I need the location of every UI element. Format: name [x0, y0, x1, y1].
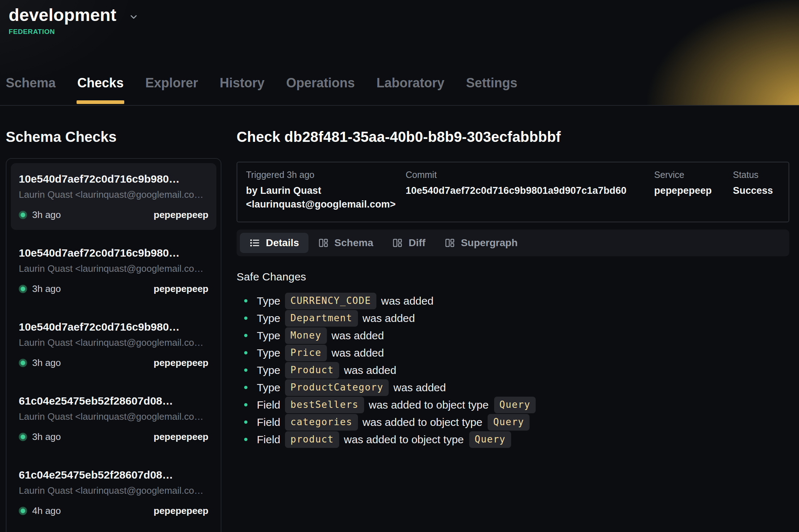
check-meta-row: 3h ago pepepepeep	[19, 209, 208, 221]
check-commit-id: 10e540d7aef72c0d716c9b980…	[19, 321, 208, 333]
change-text: was added to object type	[369, 399, 489, 411]
change-code-chip: categories	[285, 414, 358, 431]
columns-icon	[392, 237, 403, 248]
nav-tab-checks[interactable]: Checks	[77, 75, 124, 105]
change-text: was added	[393, 381, 446, 394]
nav-tab-settings[interactable]: Settings	[465, 75, 518, 105]
detail-tab-label: Supergraph	[461, 237, 518, 249]
check-commit-id: 61c04e25475eb52f28607d08…	[19, 469, 208, 481]
check-meta-row: 3h ago pepepepeep	[19, 283, 208, 295]
change-code-chip: bestSellers	[285, 397, 364, 413]
change-kind: Field	[257, 399, 280, 411]
schema-check-item[interactable]: 10e540d7aef72c0d716c9b980… Laurin Quast …	[11, 311, 216, 378]
check-service-name: pepepepeep	[154, 357, 208, 369]
check-detail-tabs: Details Schema Diff Supergraph	[237, 230, 789, 256]
meta-triggered-email: <laurinquast@googlemail.com>	[246, 197, 402, 211]
change-code-chip: Price	[285, 345, 327, 361]
detail-tab-label: Details	[266, 237, 299, 249]
nav-tab-label: Checks	[77, 75, 124, 90]
change-text: was added	[344, 364, 396, 376]
schema-check-item[interactable]: 10e540d7aef72c0d716c9b980… Laurin Quast …	[11, 237, 216, 304]
nav-tab-label: History	[220, 75, 264, 90]
check-time-group: 3h ago	[19, 283, 61, 295]
nav-tab-explorer[interactable]: Explorer	[144, 75, 199, 105]
check-time: 3h ago	[32, 431, 61, 442]
check-time-group: 3h ago	[19, 431, 61, 442]
check-meta-row: 3h ago pepepepeep	[19, 431, 208, 442]
content: Schema Checks 10e540d7aef72c0d716c9b980……	[0, 106, 799, 532]
success-dot-icon	[19, 359, 27, 367]
check-author: Laurin Quast <laurinquast@googlemail.co…	[19, 337, 208, 348]
success-dot-icon	[19, 507, 27, 515]
change-kind: Type	[257, 364, 280, 376]
check-detail-panel: Check db28f481-35aa-40b0-b8b9-303ecfabbb…	[237, 129, 789, 448]
check-time: 3h ago	[32, 209, 61, 221]
chevron-down-icon[interactable]	[129, 12, 139, 22]
nav-tab-laboratory[interactable]: Laboratory	[376, 75, 445, 105]
change-row: Type ProductCategory was added	[237, 379, 789, 396]
nav-tab-history[interactable]: History	[219, 75, 265, 105]
success-dot-icon	[19, 211, 27, 219]
change-kind: Type	[257, 330, 280, 342]
meta-triggered: Triggered 3h ago by Laurin Quast <laurin…	[246, 170, 402, 212]
change-parent-type-chip: Query	[488, 414, 530, 431]
change-text: was added	[381, 295, 433, 307]
check-service-name: pepepepeep	[154, 431, 208, 442]
schema-check-item[interactable]: 61c04e25475eb52f28607d08… Laurin Quast <…	[11, 385, 216, 452]
change-code-chip: CURRENCY_CODE	[285, 293, 376, 309]
change-text: was added to object type	[344, 433, 464, 446]
nav-tab-operations[interactable]: Operations	[285, 75, 355, 105]
check-author: Laurin Quast <laurinquast@googlemail.co…	[19, 485, 208, 496]
sidebar: Schema Checks 10e540d7aef72c0d716c9b980……	[6, 129, 221, 532]
detail-tab-label: Diff	[409, 237, 426, 249]
meta-status-label: Status	[733, 170, 780, 180]
page: development FEDERATION Schema Checks Exp…	[0, 0, 799, 532]
check-title: Check db28f481-35aa-40b0-b8b9-303ecfabbb…	[237, 129, 789, 145]
check-commit-id: 10e540d7aef72c0d716c9b980…	[19, 173, 208, 185]
check-author: Laurin Quast <laurinquast@googlemail.co…	[19, 263, 208, 274]
status-value: Success	[733, 184, 780, 197]
change-row: Type CURRENCY_CODE was added	[237, 292, 789, 310]
nav-tab-label: Operations	[286, 75, 355, 90]
change-kind: Field	[257, 416, 280, 428]
list-icon	[249, 237, 260, 248]
columns-icon	[318, 237, 329, 248]
check-author: Laurin Quast <laurinquast@googlemail.co…	[19, 411, 208, 422]
check-meta-row: 4h ago pepepepeep	[19, 505, 208, 516]
change-row: Field bestSellers was added to object ty…	[237, 396, 789, 414]
schema-check-item[interactable]: 61c04e25475eb52f28607d08… Laurin Quast <…	[11, 459, 216, 526]
schema-check-item[interactable]: 10e540d7aef72c0d716c9b980… Laurin Quast …	[11, 163, 216, 230]
change-code-chip: ProductCategory	[285, 379, 389, 396]
change-kind: Field	[257, 433, 280, 446]
change-text: was added	[332, 330, 384, 342]
change-code-chip: product	[285, 431, 339, 448]
change-row: Type Department was added	[237, 310, 789, 327]
detail-tab-schema[interactable]: Schema	[308, 233, 383, 253]
check-time: 3h ago	[32, 283, 61, 295]
schema-checks-list: 10e540d7aef72c0d716c9b980… Laurin Quast …	[6, 158, 221, 532]
safe-changes-title: Safe Changes	[237, 271, 789, 283]
check-service-name: pepepepeep	[154, 209, 208, 221]
change-text: was added to object type	[363, 416, 483, 428]
meta-commit-value: 10e540d7aef72c0d716c9b9801a9d907c1a7bd60	[406, 184, 651, 197]
change-kind: Type	[257, 312, 280, 324]
meta-service-value: pepepepeep	[654, 184, 729, 197]
change-row: Field product was added to object type Q…	[237, 431, 789, 448]
header: development FEDERATION Schema Checks Exp…	[0, 0, 799, 106]
change-code-chip: Money	[285, 327, 327, 344]
detail-tab-diff[interactable]: Diff	[383, 233, 435, 253]
nav-tab-label: Schema	[6, 75, 56, 90]
meta-status: Status Success	[733, 170, 780, 212]
check-commit-id: 61c04e25475eb52f28607d08…	[19, 395, 208, 407]
project-title: development	[9, 5, 116, 25]
nav-tab-schema[interactable]: Schema	[5, 75, 56, 105]
change-code-chip: Department	[285, 310, 358, 327]
success-dot-icon	[19, 285, 27, 293]
detail-tab-supergraph[interactable]: Supergraph	[435, 233, 527, 253]
check-commit-id: 10e540d7aef72c0d716c9b980…	[19, 247, 208, 259]
detail-tab-details[interactable]: Details	[240, 233, 308, 253]
change-row: Field categories was added to object typ…	[237, 414, 789, 431]
check-service-name: pepepepeep	[154, 505, 208, 516]
change-kind: Type	[257, 347, 280, 359]
check-time-group: 3h ago	[19, 357, 61, 369]
